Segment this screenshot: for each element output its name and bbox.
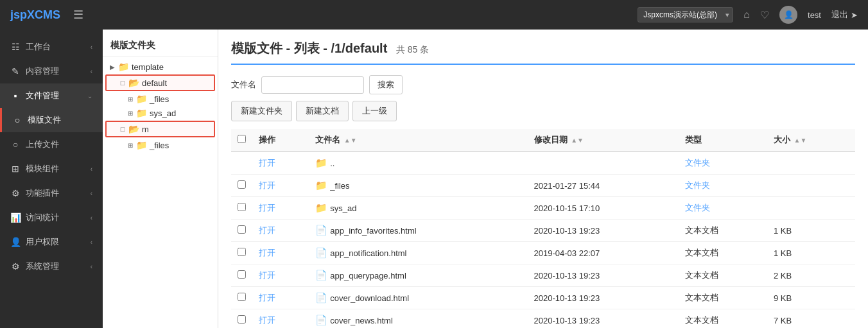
module-icon: ⊞: [10, 164, 21, 174]
folder-icon: 📁: [136, 140, 147, 150]
file-date: 2020-10-15 17:10: [528, 197, 679, 220]
file-name: ..: [330, 159, 334, 168]
sidebar: ☷ 工作台 ‹ ✎ 内容管理 ‹ ▪ 文件管理 ⌄ ○ 模版文件 ○ 上传文件 …: [0, 30, 103, 328]
chevron-right-icon: ‹: [91, 166, 92, 173]
sidebar-item-content[interactable]: ✎ 内容管理 ‹: [0, 59, 103, 83]
row-checkbox[interactable]: [238, 225, 246, 234]
sidebar-item-label: 内容管理: [26, 65, 85, 77]
stats-icon: 📊: [10, 212, 21, 223]
row-checkbox[interactable]: [238, 315, 246, 324]
search-bar: 文件名 搜索: [231, 75, 855, 94]
file-type: 文本文档: [679, 264, 767, 287]
sidebar-item-template[interactable]: ○ 模版文件: [0, 108, 103, 132]
site-select-wrap[interactable]: Jspxcms演示站(总部): [638, 7, 733, 22]
folder-icon: 📁: [136, 108, 147, 118]
row-checkbox[interactable]: [238, 248, 246, 256]
file-name: app_info_favorites.html: [330, 226, 416, 236]
search-button[interactable]: 搜索: [369, 75, 403, 94]
file-date: [528, 151, 679, 175]
file-type: 文件夹: [679, 197, 767, 220]
sidebar-item-upload[interactable]: ○ 上传文件: [0, 132, 103, 157]
row-checkbox[interactable]: [238, 203, 246, 211]
tree-item-label: _files: [150, 94, 169, 104]
table-row: 打开📁sys_ad2020-10-15 17:10文件夹: [231, 197, 855, 220]
tree-item-m[interactable]: □ 📂 m: [105, 121, 215, 137]
open-link[interactable]: 打开: [259, 293, 275, 302]
logout-button[interactable]: 退出 ➤: [831, 9, 858, 21]
up-level-button[interactable]: 上一级: [352, 101, 397, 121]
action-bar: 新建文件夹 新建文档 上一级: [231, 101, 855, 121]
page-title-text: 模版文件 - 列表 - /1/default: [231, 41, 387, 55]
bell-icon[interactable]: ♡: [760, 9, 769, 21]
open-link[interactable]: 打开: [259, 180, 275, 190]
sidebar-item-user[interactable]: 👤 用户权限 ‹: [0, 230, 103, 254]
table-row: 打开📁..文件夹: [231, 151, 855, 175]
chevron-down-icon: ⌄: [87, 92, 92, 99]
chevron-right-icon: ‹: [91, 263, 92, 270]
file-size: [767, 151, 855, 175]
tree-item-files1[interactable]: ⊞ 📁 _files: [103, 92, 218, 106]
select-all-checkbox[interactable]: [238, 135, 246, 143]
file-table: 操作 文件名 ▲▼ 修改日期 ▲▼ 类型 大小 ▲▼: [231, 129, 855, 328]
file-date: 2021-01-27 15:44: [528, 175, 679, 197]
sidebar-item-label: 系统管理: [26, 261, 85, 272]
col-size: 大小 ▲▼: [767, 129, 855, 151]
sort-icon: ▲▼: [571, 137, 584, 144]
dashboard-icon: ☷: [10, 42, 21, 52]
header-left: jspXCMS ☰: [10, 8, 83, 22]
file-type: 文本文档: [679, 309, 767, 329]
sidebar-item-module[interactable]: ⊞ 模块组件 ‹: [0, 157, 103, 181]
open-link[interactable]: 打开: [259, 315, 275, 325]
open-link[interactable]: 打开: [259, 203, 275, 212]
home-icon[interactable]: ⌂: [743, 9, 750, 21]
user-icon: 👤: [10, 237, 21, 247]
tree-item-label: _files: [150, 141, 169, 150]
search-input[interactable]: [261, 76, 364, 94]
folder-icon: 📁: [315, 180, 327, 191]
folder-open-icon: 📂: [128, 124, 139, 134]
file-name: cover_news.html: [330, 316, 393, 325]
upload-icon: ○: [10, 139, 21, 150]
record-count: 共 85 条: [396, 44, 429, 55]
open-link[interactable]: 打开: [259, 248, 275, 257]
sidebar-item-plugin[interactable]: ⚙ 功能插件 ‹: [0, 181, 103, 205]
file-date: 2020-10-13 19:23: [528, 309, 679, 329]
tree-item-default[interactable]: □ 📂 default: [105, 74, 215, 91]
row-checkbox[interactable]: [238, 270, 246, 279]
new-doc-button[interactable]: 新建文档: [296, 101, 349, 121]
document-icon: 📄: [315, 270, 327, 281]
content-icon: ✎: [10, 66, 21, 76]
sidebar-item-file[interactable]: ▪ 文件管理 ⌄: [0, 83, 103, 108]
row-checkbox[interactable]: [238, 293, 246, 301]
hamburger-icon[interactable]: ☰: [73, 8, 83, 22]
file-date: 2019-04-03 22:07: [528, 242, 679, 264]
sidebar-item-label: 上传文件: [26, 139, 92, 150]
open-link[interactable]: 打开: [259, 225, 275, 235]
table-row: 打开📄app_info_favorites.html2020-10-13 19:…: [231, 220, 855, 242]
sidebar-item-label: 工作台: [26, 41, 85, 53]
file-name: sys_ad: [330, 203, 356, 213]
table-body: 打开📁..文件夹打开📁_files2021-01-27 15:44文件夹打开📁s…: [231, 151, 855, 328]
sidebar-item-label: 功能插件: [26, 187, 85, 199]
tree-item-files2[interactable]: ⊞ 📁 _files: [103, 138, 218, 152]
sidebar-item-dashboard[interactable]: ☷ 工作台 ‹: [0, 35, 103, 59]
plugin-icon: ⚙: [10, 188, 21, 198]
table-row: 打开📄cover_download.html2020-10-13 19:23文本…: [231, 287, 855, 309]
open-link[interactable]: 打开: [259, 270, 275, 280]
table-row: 打开📄app_querypage.html2020-10-13 19:23文本文…: [231, 264, 855, 287]
sidebar-item-stats[interactable]: 📊 访问统计 ‹: [0, 205, 103, 230]
new-folder-button[interactable]: 新建文件夹: [231, 101, 292, 121]
site-select[interactable]: Jspxcms演示站(总部): [638, 7, 733, 22]
tree-item-template[interactable]: ▶ 📁 template: [103, 60, 218, 74]
sidebar-item-system[interactable]: ⚙ 系统管理 ‹: [0, 254, 103, 279]
open-link[interactable]: 打开: [259, 158, 275, 168]
header-right: Jspxcms演示站(总部) ⌂ ♡ 👤 test 退出 ➤: [638, 6, 858, 24]
file-type: 文本文档: [679, 287, 767, 309]
tree-item-sysad[interactable]: ⊞ 📁 sys_ad: [103, 106, 218, 120]
row-checkbox[interactable]: [238, 180, 246, 189]
table-header: 操作 文件名 ▲▼ 修改日期 ▲▼ 类型 大小 ▲▼: [231, 129, 855, 151]
col-checkbox: [231, 129, 252, 151]
template-icon: ○: [12, 115, 22, 125]
file-size: 2 KB: [767, 264, 855, 287]
logo: jspXCMS: [10, 8, 60, 22]
